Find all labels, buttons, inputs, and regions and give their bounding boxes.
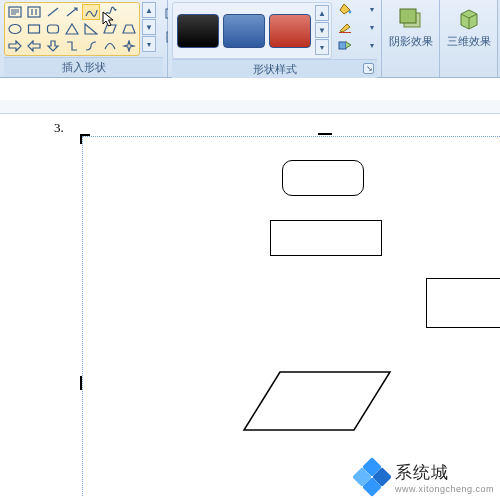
crop-mark-bottom-left — [80, 376, 82, 390]
shape-curve[interactable] — [101, 38, 119, 54]
style-gallery[interactable]: ▲ ▼ ▾ — [172, 2, 332, 59]
svg-rect-4 — [48, 25, 59, 33]
dialog-launcher-icon[interactable] — [363, 63, 374, 74]
horizontal-ruler[interactable] — [0, 100, 500, 114]
shape-rectangle[interactable] — [25, 21, 43, 37]
chevron-down-icon: ▾ — [370, 5, 374, 14]
style-gallery-down[interactable]: ▼ — [315, 22, 329, 38]
shape-freeform-highlight[interactable] — [82, 4, 100, 20]
column-guide-left — [82, 136, 83, 496]
group-label-insert-shapes: 插入形状 — [4, 57, 163, 77]
chevron-down-icon: ▾ — [370, 41, 374, 50]
shape-text-box[interactable] — [6, 4, 24, 20]
gallery-up[interactable]: ▲ — [142, 2, 156, 18]
shape-trapezoid[interactable] — [120, 21, 138, 37]
svg-point-9 — [349, 11, 352, 14]
group-shape-styles: ▲ ▼ ▾ ▾ ▾ ▾ 形状样式 — [168, 0, 382, 77]
shape-arrow-line[interactable] — [63, 4, 81, 20]
insert-shape-label-text: 插入形状 — [62, 61, 106, 73]
svg-rect-3 — [29, 25, 40, 33]
group-label-shape-styles: 形状样式 — [172, 59, 377, 79]
gallery-down[interactable]: ▼ — [142, 19, 156, 35]
shape-fill-dropdown[interactable]: ▾ — [338, 2, 374, 16]
crop-mark-top-right — [318, 133, 332, 143]
shape-star4[interactable] — [120, 38, 138, 54]
column-guide-top — [82, 136, 500, 137]
style-gallery-more[interactable]: ▾ — [315, 39, 329, 55]
shape-parallelogram[interactable] — [101, 21, 119, 37]
group-insert-shapes: ▲ ▼ ▾ A 插入形状 — [0, 0, 168, 77]
shape-styles-label-text: 形状样式 — [253, 63, 297, 75]
svg-rect-13 — [400, 9, 416, 23]
group-3d-effects: 三维效果 — [440, 0, 498, 77]
cube-icon — [454, 4, 484, 32]
group-shadow-effects: 阴影效果 — [382, 0, 440, 77]
canvas-shape-rect-1[interactable] — [270, 220, 382, 256]
shape-vertical-text-box[interactable] — [25, 4, 43, 20]
shape-right-triangle[interactable] — [82, 21, 100, 37]
shape-triangle[interactable] — [63, 21, 81, 37]
svg-point-2 — [9, 25, 21, 34]
shape-outline-dropdown[interactable]: ▾ — [338, 20, 374, 34]
shape-rounded-rectangle[interactable] — [44, 21, 62, 37]
shape-scribble[interactable] — [101, 4, 119, 20]
shadow-effects-dropdown[interactable]: 阴影效果 — [386, 2, 435, 51]
shapes-gallery[interactable] — [4, 2, 140, 56]
shape-style-tools: ▾ ▾ ▾ — [338, 2, 374, 52]
shape-ellipse[interactable] — [6, 21, 24, 37]
shadow-label: 阴影效果 — [389, 34, 433, 49]
gallery-more-buttons: ▲ ▼ ▾ — [142, 2, 156, 53]
style-gallery-up[interactable]: ▲ — [315, 5, 329, 21]
svg-rect-1 — [28, 7, 40, 17]
canvas-shape-rounded-rect[interactable] — [282, 160, 364, 196]
page[interactable]: 3. — [82, 126, 500, 496]
svg-rect-11 — [339, 42, 346, 49]
watermark-url: www.xitongcheng.com — [395, 484, 494, 494]
svg-rect-10 — [339, 32, 351, 33]
watermark-title: 系统城 — [395, 461, 494, 484]
shape-arrow-left[interactable] — [25, 38, 43, 54]
shape-arrow-right[interactable] — [6, 38, 24, 54]
shadow-icon — [396, 4, 426, 32]
watermark-logo-icon — [355, 460, 389, 494]
list-number: 3. — [54, 120, 64, 136]
shape-line[interactable] — [44, 4, 62, 20]
style-swatch-red[interactable] — [269, 14, 311, 48]
canvas-shape-rect-2[interactable] — [426, 278, 500, 328]
canvas-shape-parallelogram[interactable] — [242, 370, 392, 432]
change-shape-dropdown[interactable]: ▾ — [338, 38, 374, 52]
style-swatch-black[interactable] — [177, 14, 219, 48]
chevron-down-icon: ▾ — [370, 23, 374, 32]
threeD-label: 三维效果 — [447, 34, 491, 49]
gallery-more[interactable]: ▾ — [142, 36, 156, 52]
watermark: 系统城 www.xitongcheng.com — [355, 460, 494, 494]
document-area: 3. 系统城 www.xitongcheng.com — [0, 78, 500, 500]
ribbon: ▲ ▼ ▾ A 插入形状 ▲ — [0, 0, 500, 78]
crop-mark-top-left — [80, 134, 90, 144]
shape-connector-curved[interactable] — [82, 38, 100, 54]
shape-connector-elbow[interactable] — [63, 38, 81, 54]
shape-arrow-down[interactable] — [44, 38, 62, 54]
style-swatch-blue[interactable] — [223, 14, 265, 48]
threeD-effects-dropdown[interactable]: 三维效果 — [444, 2, 493, 51]
